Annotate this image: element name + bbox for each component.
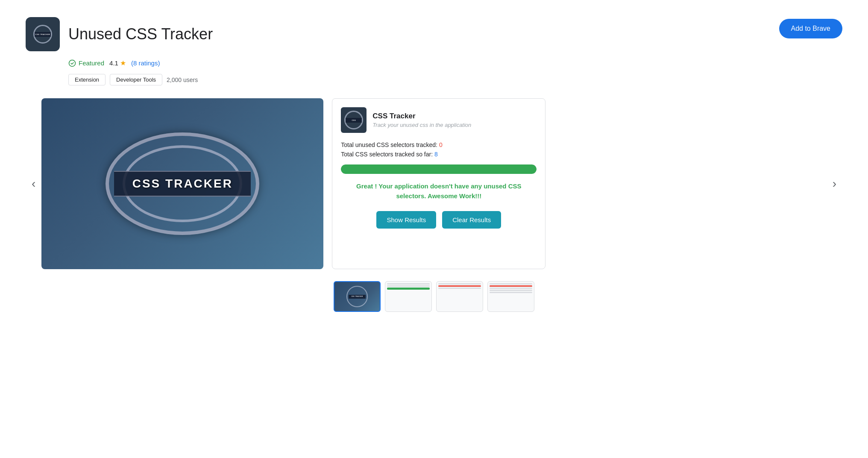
popup-icon-text: CSS [352,119,356,121]
thumb-3-line3 [438,288,481,289]
featured-badge: Featured [68,59,104,67]
oval-container: CSS TRACKER [101,128,264,239]
rating-number: 4.1 [109,59,118,67]
star-icon: ★ [120,59,126,67]
popup-header: CSS CSS Tracker Track your unused css in… [341,107,537,133]
thumb-4-line3 [490,288,532,289]
popup-icon-band: CSS [346,118,362,123]
icon-label-text: CSS TRACKER [35,33,50,35]
thumb-4-line2 [490,285,532,287]
featured-label: Featured [79,59,104,67]
stat-unused-value: 0 [439,141,443,148]
page-header: CSS TRACKER Unused CSS Tracker Add to Br… [26,17,842,51]
featured-icon [68,59,76,67]
thumbnail-4[interactable] [487,281,534,312]
show-results-button[interactable]: Show Results [376,211,436,229]
svg-point-0 [69,60,76,66]
popup-buttons: Show Results Clear Results [341,211,537,229]
thumb-4-line4 [490,290,532,291]
popup-icon-logo: CSS [342,109,366,132]
thumb-2-progress [387,288,430,290]
icon-oval-ring: CSS TRACKER [33,25,52,44]
carousel-next-button[interactable]: › [827,173,842,194]
popup-ext-subtitle: Track your unused css in the application [372,122,471,128]
header-left: CSS TRACKER Unused CSS Tracker [26,17,213,51]
progress-bar-fill [341,164,537,174]
add-to-brave-button[interactable]: Add to Brave [779,19,843,38]
thumbnails-row: CSS TRACKER [26,281,842,312]
progress-bar-container [341,164,537,174]
thumb-2-line2 [387,285,430,287]
stat-total-line: Total CSS selectors tracked so far: 8 [341,151,537,158]
thumb-1-text: CSS TRACKER [351,296,363,297]
thumb-3-btns [438,291,440,293]
stat-unused-label: Total unused CSS selectors tracked: [341,141,437,148]
tracker-label-text: CSS TRACKER [132,177,233,191]
popup-stats: Total unused CSS selectors tracked: 0 To… [341,141,537,158]
popup-icon-ring: CSS [344,111,363,129]
tags-row: Extension Developer Tools 2,000 users [68,74,842,85]
extension-title: Unused CSS Tracker [68,25,213,43]
thumbnail-2[interactable] [385,281,432,312]
icon-label-band: CSS TRACKER [35,32,51,37]
carousel-main: CSS TRACKER CSS CSS [41,98,826,269]
thumb-2-line1 [387,283,430,285]
stat-total-value: 8 [434,151,438,158]
thumb-3-line1 [438,283,481,285]
icon-logo: CSS TRACKER [31,23,55,46]
thumbnail-3[interactable] [436,281,483,312]
tag-developer-tools: Developer Tools [110,74,162,85]
carousel-prev-button[interactable]: ‹ [26,173,41,194]
thumb-3-line2 [438,285,481,287]
popup-screenshot: CSS CSS Tracker Track your unused css in… [332,98,545,269]
success-message: Great ! Your application doesn't have an… [341,182,537,201]
meta-row: Featured 4.1 ★ (8 ratings) [68,59,842,67]
main-screenshot: CSS TRACKER [41,98,323,269]
popup-ext-info: CSS Tracker Track your unused css in the… [372,112,471,128]
thumb-1-band: CSS TRACKER [349,295,366,299]
clear-results-button[interactable]: Clear Results [442,211,501,229]
thumb-2-btns [387,291,388,294]
carousel-section: ‹ CSS TRACKER [26,98,842,269]
thumb-1-ring: CSS TRACKER [346,286,368,307]
thumbnail-1[interactable]: CSS TRACKER [334,281,381,312]
stat-unused-line: Total unused CSS selectors tracked: 0 [341,141,537,148]
rating-value: 4.1 ★ [109,59,126,67]
ratings-link[interactable]: (8 ratings) [131,59,160,67]
tag-extension: Extension [68,74,106,85]
popup-ext-icon: CSS [341,107,367,133]
thumb-4-line1 [490,283,532,285]
users-count: 2,000 users [167,76,198,83]
tracker-label-band: CSS TRACKER [114,171,251,197]
stat-total-label: Total CSS selectors tracked so far: [341,151,433,158]
thumb-4-line5 [490,292,532,293]
extension-icon: CSS TRACKER [26,17,60,51]
popup-ext-title: CSS Tracker [372,112,471,120]
css-tracker-logo: CSS TRACKER [101,128,264,239]
